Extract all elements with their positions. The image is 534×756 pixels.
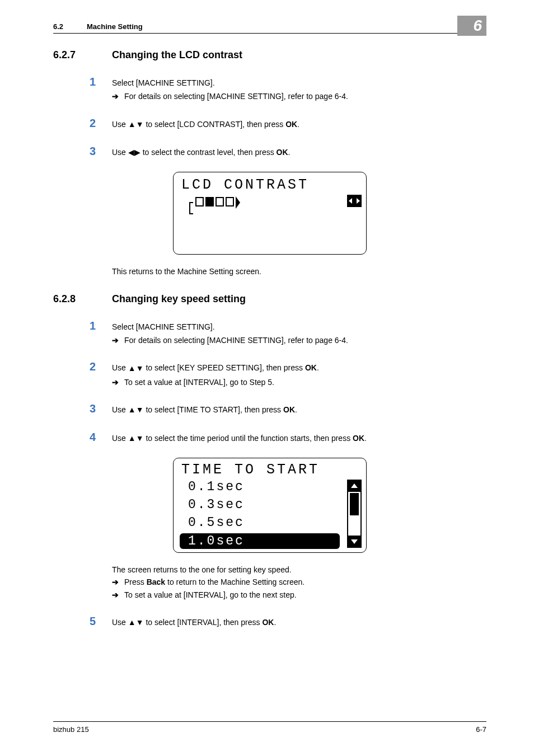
step-1-row: 1 Select [MACHINE SETTING]. <box>53 76 486 88</box>
step-number: 2 <box>90 117 112 130</box>
step-text: Use ▲▼ to select [KEY SPEED SETTING], th… <box>112 362 486 374</box>
section-number: 6.2.8 <box>53 293 112 305</box>
header-section-num: 6.2 <box>53 22 87 31</box>
right-arrow-icon <box>357 198 360 204</box>
step-text: Use ▲▼ to select [LCD CONTRAST], then pr… <box>112 119 486 130</box>
sub-text: To set a value at [INTERVAL], go to Step… <box>124 377 274 388</box>
contrast-level-bar <box>189 197 240 206</box>
page-footer: bizhub 215 6-7 <box>53 721 486 734</box>
right-arrow-icon: ➔ <box>112 576 124 588</box>
scrollbar-thumb <box>350 493 359 515</box>
up-down-triangle-icon: ▲▼ <box>128 433 144 444</box>
step-4-row: 4 Use ▲▼ to select the time period until… <box>53 431 486 444</box>
step-2-row: 2 Use ▲▼ to select [KEY SPEED SETTING], … <box>53 360 486 374</box>
step-1-sub: ➔ For details on selecting [MACHINE SETT… <box>112 335 486 346</box>
step-1-row: 1 Select [MACHINE SETTING]. <box>53 320 486 332</box>
contrast-segment <box>195 197 204 206</box>
step-text: Use ▲▼ to select [INTERVAL], then press … <box>112 617 486 628</box>
chapter-number: 6 <box>473 17 482 35</box>
section-after-text: This returns to the Machine Setting scre… <box>112 266 486 277</box>
section-6-2-7-heading: 6.2.7 Changing the LCD contrast <box>53 49 486 61</box>
up-down-triangle-icon: ▲▼ <box>128 363 144 374</box>
section-6-2-8-heading: 6.2.8 Changing key speed setting <box>53 293 486 305</box>
section-title: Changing key speed setting <box>112 293 246 305</box>
up-down-triangle-icon: ▲▼ <box>128 404 144 415</box>
step-number: 2 <box>90 360 112 373</box>
step-1-sub: ➔ For details on selecting [MACHINE SETT… <box>112 91 486 102</box>
step-number: 3 <box>90 402 112 415</box>
lcd-title: TIME TO START <box>181 462 320 478</box>
sub-text: Press Back to return to the Machine Sett… <box>124 576 305 588</box>
section-number: 6.2.7 <box>53 49 112 61</box>
lcd-scrollbar <box>347 480 362 548</box>
lcd-option: 0.5sec <box>188 515 245 530</box>
step-3-row: 3 Use ▲▼ to select [TIME TO START], then… <box>53 402 486 416</box>
right-arrow-icon: ➔ <box>112 377 124 388</box>
step-number: 4 <box>90 431 112 444</box>
after-sub-1: ➔ Press Back to return to the Machine Se… <box>112 576 486 588</box>
step-3-row: 3 Use ◀▶ to select the contrast level, t… <box>53 145 486 158</box>
left-right-triangle-icon: ◀▶ <box>128 147 140 158</box>
footer-model: bizhub 215 <box>53 725 89 734</box>
step-2-sub: ➔ To set a value at [INTERVAL], go to St… <box>112 377 486 388</box>
scrollbar-down-icon <box>347 536 362 548</box>
lcd-contrast-display: LCD CONTRAST <box>173 172 367 255</box>
right-arrow-icon: ➔ <box>112 91 124 102</box>
left-arrow-icon <box>349 198 352 204</box>
page-header: 6.2 Machine Setting <box>53 22 486 34</box>
step-text: Use ▲▼ to select the time period until t… <box>112 433 486 444</box>
sub-text: To set a value at [INTERVAL], go to the … <box>124 589 297 600</box>
step-text: Use ◀▶ to select the contrast level, the… <box>112 147 486 158</box>
lcd-title: LCD CONTRAST <box>181 177 309 193</box>
step-5-row: 5 Use ▲▼ to select [INTERVAL], then pres… <box>53 615 486 628</box>
up-down-triangle-icon: ▲▼ <box>128 119 144 130</box>
step-number: 1 <box>90 320 112 332</box>
right-arrow-icon: ➔ <box>112 589 124 600</box>
section-title: Changing the LCD contrast <box>112 49 242 61</box>
contrast-segment-filled <box>205 197 214 206</box>
sub-text: For details on selecting [MACHINE SETTIN… <box>124 91 348 102</box>
step-text: Select [MACHINE SETTING]. <box>112 321 486 332</box>
lcd-time-to-start-display: TIME TO START 0.1sec 0.3sec 0.5sec 1.0se… <box>173 458 367 553</box>
step-text: Use ▲▼ to select [TIME TO START], then p… <box>112 404 486 416</box>
after-sub-2: ➔ To set a value at [INTERVAL], go to th… <box>112 589 486 600</box>
step-2-row: 2 Use ▲▼ to select [LCD CONTRAST], then … <box>53 117 486 130</box>
up-down-triangle-icon: ▲▼ <box>128 617 144 628</box>
header-section-title: Machine Setting <box>87 22 143 31</box>
contrast-segment <box>216 197 224 206</box>
step-number: 5 <box>90 615 112 628</box>
footer-page-number: 6-7 <box>476 725 486 734</box>
contrast-segment <box>226 197 234 206</box>
step-text: Select [MACHINE SETTING]. <box>112 77 486 88</box>
scrollbar-up-icon <box>347 480 362 492</box>
chapter-badge: 6 <box>457 16 486 36</box>
lcd-option: 0.1sec <box>188 480 245 494</box>
scrollbar-track <box>347 492 362 536</box>
lcd-option: 0.3sec <box>188 497 245 512</box>
section-after-text: The screen returns to the one for settin… <box>112 564 486 575</box>
step-number: 1 <box>90 76 112 88</box>
lcd-option-selected: 1.0sec <box>180 533 340 549</box>
sub-text: For details on selecting [MACHINE SETTIN… <box>124 335 348 346</box>
right-arrow-icon: ➔ <box>112 335 124 346</box>
left-right-nav-icon <box>347 195 362 207</box>
step-number: 3 <box>90 145 112 158</box>
